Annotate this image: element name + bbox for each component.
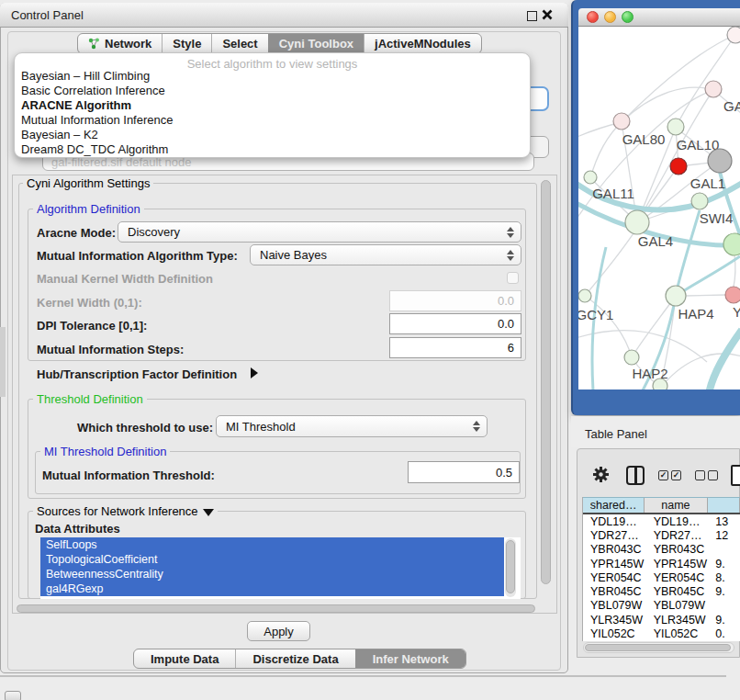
minimize-traffic-light[interactable] — [604, 11, 616, 23]
sources-legend-label: Sources for Network Inference — [37, 504, 198, 518]
algorithm-option[interactable]: Mutual Information Inference — [19, 113, 525, 128]
mi-type-value: Naive Bayes — [260, 248, 327, 262]
algorithm-option[interactable]: ARACNE Algorithm — [19, 98, 525, 113]
algorithm-option[interactable]: Basic Correlation Inference — [19, 84, 525, 98]
tab-infer-network-label: Infer Network — [373, 652, 449, 666]
network-node-gal11[interactable] — [584, 171, 597, 184]
node-label: GAL — [723, 98, 740, 114]
table-row[interactable]: YIL052CYIL052C0. — [583, 627, 740, 639]
table-row[interactable]: YBL079WYBL079W — [583, 599, 740, 613]
manual-kernel-checkbox[interactable] — [507, 272, 519, 284]
deselect-all-checkbox-icon[interactable] — [708, 470, 718, 480]
expander-arrow-icon[interactable] — [251, 367, 258, 378]
column-header-extra[interactable] — [708, 498, 740, 513]
dock-mini-button[interactable] — [5, 691, 21, 700]
dpi-tolerance-label: DPI Tolerance [0,1]: — [37, 319, 147, 333]
list-scrollbar-thumb[interactable] — [506, 540, 515, 593]
tab-infer-network[interactable]: Infer Network — [355, 649, 465, 668]
horizontal-scrollbar-thumb[interactable] — [17, 604, 535, 613]
which-threshold-value: MI Threshold — [226, 420, 296, 434]
tab-select[interactable]: Select — [211, 34, 267, 53]
algorithm-option[interactable]: Dream8 DC_TDC Algorithm — [19, 142, 525, 157]
column-header-name[interactable]: name — [645, 498, 707, 513]
network-node[interactable] — [727, 27, 740, 43]
table-row[interactable]: YER054CYER054C8. — [583, 570, 740, 584]
mi-type-combobox[interactable]: Naive Bayes — [250, 244, 521, 265]
table-cell: YBR043C — [646, 543, 711, 556]
dpi-tolerance-field[interactable]: 0.0 — [389, 313, 521, 334]
table-row[interactable]: YDL19…YDL19…13 — [583, 514, 740, 528]
network-node[interactable] — [653, 378, 667, 390]
mi-steps-field[interactable]: 6 — [389, 337, 521, 358]
network-node-hap2[interactable] — [624, 350, 639, 365]
table-row[interactable]: YBR045CYBR045C9. — [583, 584, 740, 598]
float-window-icon[interactable] — [527, 11, 537, 21]
table-cell: YLR345W — [583, 614, 646, 627]
gear-icon[interactable] — [592, 466, 610, 483]
algorithm-option[interactable]: Bayesian – Hill Climbing — [19, 69, 525, 84]
network-node-hap4[interactable] — [666, 286, 686, 306]
document-icon[interactable] — [731, 465, 740, 486]
attribute-list-item[interactable]: SelfLoops — [40, 537, 504, 552]
network-node-swi4[interactable] — [691, 193, 708, 209]
apply-button[interactable]: Apply — [247, 621, 310, 641]
table-hscrollbar-thumb[interactable] — [585, 644, 731, 651]
mi-threshold-field[interactable]: 0.5 — [408, 461, 520, 483]
split-panel-icon[interactable] — [626, 466, 645, 485]
table-row[interactable]: YDR27…YDR27…12 — [583, 528, 740, 542]
network-node[interactable] — [670, 158, 687, 175]
network-node-gal1[interactable] — [708, 149, 732, 173]
select-all-checkbox-icon[interactable]: ✓ — [658, 470, 668, 480]
close-icon[interactable] — [542, 9, 553, 20]
sources-legend[interactable]: Sources for Network Inference — [33, 504, 218, 518]
table-cell: YDL19… — [646, 515, 711, 528]
network-node[interactable] — [723, 233, 740, 255]
control-panel-titlebar — [0, 3, 568, 28]
network-window-titlebar[interactable] — [578, 8, 740, 27]
network-canvas[interactable]: GALGAL80GAL10GAL1GAL11SWI4GAL4GCY1HAP4YH… — [578, 27, 740, 390]
splitter-handle[interactable] — [0, 327, 6, 397]
which-threshold-combobox[interactable]: MI Threshold — [216, 415, 488, 437]
cyni-algorithm-settings-legend: Cyni Algorithm Settings — [23, 176, 153, 190]
deselect-all-checkbox-icon[interactable] — [695, 470, 705, 480]
kernel-width-label: Kernel Width (0,1): — [37, 296, 142, 310]
attribute-list-item[interactable]: gal4RGexp — [40, 581, 504, 596]
aracne-mode-combobox[interactable]: Discovery — [118, 221, 521, 243]
control-panel-title: Control Panel — [11, 8, 84, 22]
select-all-checkbox-icon[interactable]: ✓ — [671, 470, 681, 480]
table-cell: YBR045C — [646, 585, 711, 598]
aracne-mode-value: Discovery — [128, 225, 180, 239]
kernel-width-field[interactable]: 0.0 — [389, 290, 521, 311]
tab-cyni-toolbox[interactable]: Cyni Toolbox — [268, 34, 364, 53]
algorithm-definition-legend: Algorithm Definition — [33, 202, 144, 216]
zoom-traffic-light[interactable] — [622, 11, 633, 23]
table-cell: 12 — [710, 529, 740, 542]
attribute-list-item[interactable]: BetweennessCentrality — [40, 567, 504, 581]
network-node-gal4[interactable] — [625, 210, 649, 234]
bottom-tabbar: Impute Data Discretize Data Infer Networ… — [133, 649, 466, 669]
table-row[interactable]: YLR345WYLR345W9. — [583, 613, 740, 627]
network-node-gal80[interactable] — [613, 113, 630, 130]
attribute-list-item[interactable]: TopologicalCoefficient — [40, 552, 504, 567]
vertical-scrollbar-thumb[interactable] — [541, 180, 551, 584]
tab-jactivemnodules[interactable]: jActiveMNodules — [364, 34, 481, 53]
table-cell: YDR27… — [583, 529, 646, 542]
tab-style[interactable]: Style — [162, 34, 211, 53]
network-node-gcy1[interactable] — [578, 289, 591, 302]
algorithm-option[interactable]: Bayesian – K2 — [19, 128, 525, 142]
table-row[interactable]: YPR145WYPR145W9. — [583, 557, 740, 570]
which-threshold-label: Which threshold to use: — [77, 421, 213, 435]
network-node-gal10[interactable] — [667, 119, 684, 135]
table-cell: YPR145W — [646, 558, 711, 570]
table-cell: YBR043C — [583, 543, 646, 556]
stepper-arrows-icon — [507, 227, 514, 238]
hub-definition-expander-label[interactable]: Hub/Transcription Factor Definition — [37, 367, 237, 381]
table-row[interactable]: YBR043CYBR043C — [583, 543, 740, 557]
close-traffic-light[interactable] — [587, 11, 599, 23]
tab-discretize-data[interactable]: Discretize Data — [235, 649, 354, 668]
tab-impute-data[interactable]: Impute Data — [134, 649, 235, 668]
column-header-shared[interactable]: shared… — [583, 498, 645, 513]
network-node-gal[interactable] — [705, 81, 722, 97]
network-node-y[interactable] — [725, 287, 740, 303]
tab-network[interactable]: Network — [78, 34, 162, 53]
